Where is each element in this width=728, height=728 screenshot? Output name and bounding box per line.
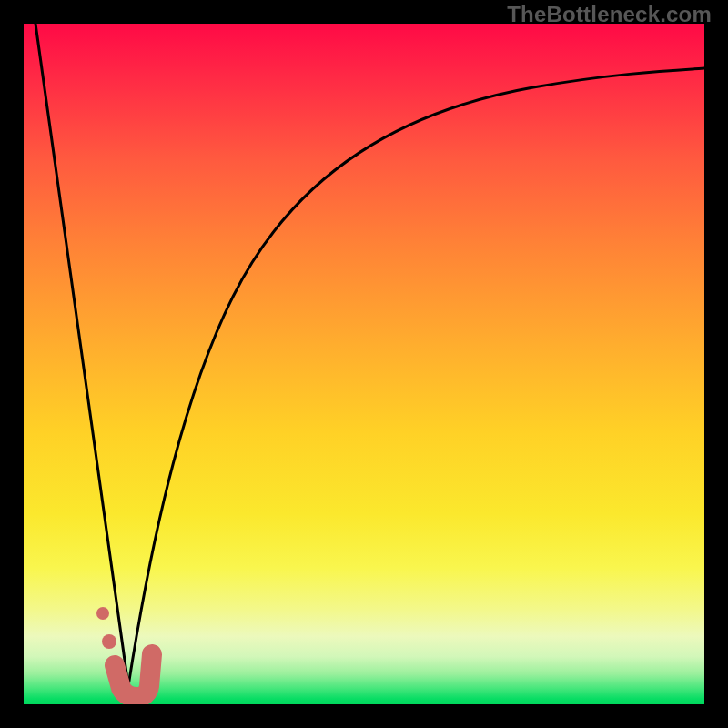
curve-layer: [24, 24, 704, 704]
notch-dot-upper: [102, 634, 116, 649]
right-branch-line: [128, 68, 704, 686]
plot-area: [24, 24, 704, 704]
left-branch-line: [35, 24, 128, 686]
notch-dot-top: [96, 607, 109, 620]
chart-frame: TheBottleneck.com: [0, 0, 728, 728]
